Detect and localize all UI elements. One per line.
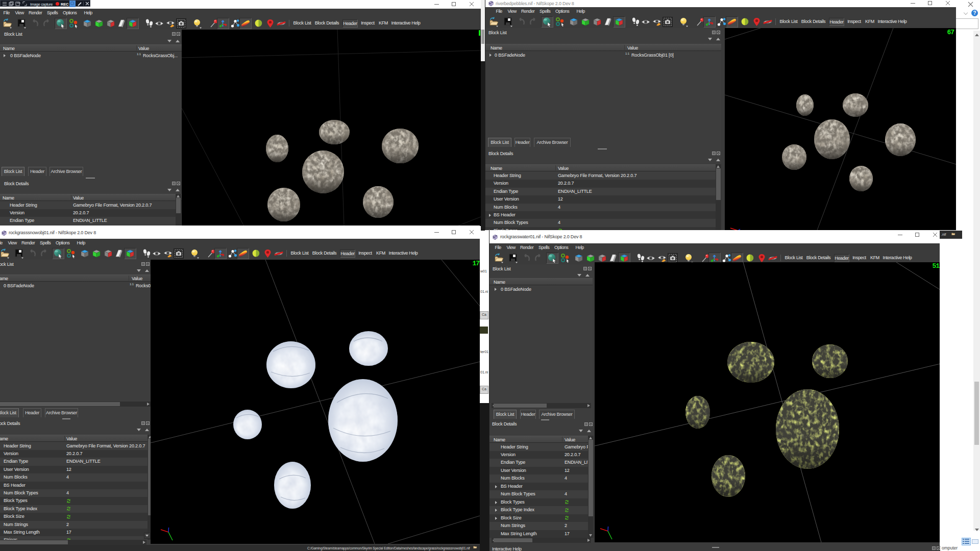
svg-text:51: 51 (932, 262, 940, 270)
svg-text:67: 67 (947, 29, 954, 36)
svg-text:17: 17 (472, 260, 479, 267)
